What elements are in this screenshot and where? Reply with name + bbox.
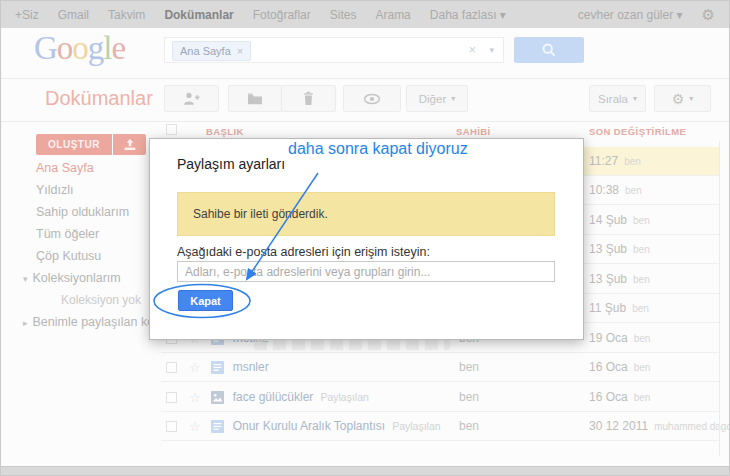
access-request-label: Aşağıdaki e-posta adresleri için erişim … xyxy=(177,245,430,259)
modified-cell: 13 Şubben xyxy=(589,235,650,264)
sort-label: Sırala xyxy=(598,93,628,105)
settings-button[interactable]: ⚙ ▾ xyxy=(654,85,711,112)
toolbar-divider xyxy=(1,121,729,122)
sidebar-item-cop-kutusu[interactable]: Çöp Kutusu xyxy=(36,249,101,263)
watermark xyxy=(254,340,450,350)
eye-icon xyxy=(363,93,381,105)
notice-banner: Sahibe bir ileti gönderdik. xyxy=(177,192,555,236)
person-add-icon xyxy=(183,91,200,106)
sidebar-item-koleksiyonlarim[interactable]: ▾Koleksiyonlarım xyxy=(23,271,121,285)
gear-icon: ⚙ xyxy=(672,91,685,107)
row-checkbox[interactable] xyxy=(166,392,177,403)
search-input[interactable]: Ana Sayfa × × ▾ xyxy=(164,37,504,63)
modified-cell: 16 Ocaben xyxy=(589,353,650,382)
owner-cell: ben xyxy=(459,383,479,411)
star-icon[interactable]: ☆ xyxy=(189,390,201,405)
email-address-input[interactable] xyxy=(177,261,555,282)
document-link[interactable]: msnler xyxy=(233,360,269,374)
table-right-border xyxy=(719,141,720,456)
search-filter-chip[interactable]: Ana Sayfa × xyxy=(172,41,251,61)
table-row[interactable]: ☆ msnler ben 16 Ocaben xyxy=(161,353,719,382)
google-docs-page: +Siz Gmail Takvim Dokümanlar Fotoğraflar… xyxy=(0,0,730,476)
more-actions-button[interactable]: Diğer ▾ xyxy=(406,85,468,112)
owner-cell: ben xyxy=(459,353,479,381)
close-dialog-button[interactable]: Kapat xyxy=(178,290,233,311)
sharing-settings-dialog: Paylaşım ayarları Sahibe bir ileti gönde… xyxy=(149,138,584,340)
chip-label: Ana Sayfa xyxy=(180,45,231,57)
modified-cell: 19 Ocaben xyxy=(589,324,650,353)
annotation-text: daha sonra kapat diyoruz xyxy=(288,140,468,158)
title-cell: ☆ face gülücükler Paylaşılan xyxy=(161,383,369,411)
sort-button[interactable]: Sırala ▾ xyxy=(589,85,646,112)
more-actions-label: Diğer xyxy=(419,93,446,105)
nav-daha-fazlasi[interactable]: Daha fazlası ▾ xyxy=(430,8,506,22)
chip-close-icon[interactable]: × xyxy=(237,45,243,57)
sidebar-item-yildizli[interactable]: Yıldızlı xyxy=(36,183,74,197)
row-checkbox[interactable] xyxy=(166,362,177,373)
nav-plus-siz[interactable]: +Siz xyxy=(15,8,39,22)
logo-letter: e xyxy=(112,30,126,66)
notice-text: Sahibe bir ileti gönderdik. xyxy=(193,207,328,221)
title-cell: ☆ msnler xyxy=(161,353,269,381)
modified-cell: 10:38ben xyxy=(589,176,642,205)
search-options-caret-icon[interactable]: ▾ xyxy=(489,45,494,55)
create-button[interactable]: OLUŞTUR xyxy=(36,134,112,155)
select-all-checkbox[interactable] xyxy=(166,124,177,135)
logo-letter: o xyxy=(72,30,88,66)
modified-cell: 30 12 2011muhammed dagde xyxy=(589,412,730,441)
sidebar-item-tum-ogeler[interactable]: Tüm öğeler xyxy=(36,227,99,241)
row-checkbox[interactable] xyxy=(166,421,177,432)
document-link[interactable]: Onur Kurulu Aralık Toplantısı xyxy=(233,419,386,433)
nav-gmail[interactable]: Gmail xyxy=(58,8,89,22)
search-icon xyxy=(541,42,557,58)
search-button[interactable] xyxy=(514,37,584,63)
modified-cell: 11 Şubben xyxy=(589,294,649,323)
window-bottom-edge xyxy=(1,466,729,475)
google-logo: Google xyxy=(34,30,125,67)
logo-letter: G xyxy=(34,30,57,66)
shared-badge: Paylaşılan xyxy=(392,420,440,432)
delete-button[interactable] xyxy=(281,85,336,112)
nav-takvim[interactable]: Takvim xyxy=(108,8,145,22)
doc-icon xyxy=(211,420,224,433)
title-cell: ☆ Onur Kurulu Aralık Toplantısı Paylaşıl… xyxy=(161,412,441,440)
upload-icon xyxy=(123,138,137,151)
table-row[interactable]: ☆ Onur Kurulu Aralık Toplantısı Paylaşıl… xyxy=(161,412,719,441)
user-menu[interactable]: cevher ozan güler ▾ xyxy=(578,8,683,22)
nav-arama[interactable]: Arama xyxy=(375,8,410,22)
owner-cell: ben xyxy=(459,412,479,440)
search-clear-icon[interactable]: × xyxy=(468,43,476,56)
nav-sites[interactable]: Sites xyxy=(330,8,357,22)
document-link[interactable]: face gülücükler xyxy=(233,390,314,404)
chevron-down-icon: ▾ xyxy=(689,94,693,103)
move-to-folder-button[interactable] xyxy=(228,85,282,112)
folder-icon xyxy=(247,92,263,105)
chevron-down-icon: ▾ xyxy=(633,94,637,103)
modified-cell: 16 Ocaben xyxy=(589,383,650,412)
gear-icon[interactable]: ⚙ xyxy=(702,7,715,22)
modified-cell: 11:27ben xyxy=(589,147,641,176)
star-icon[interactable]: ☆ xyxy=(189,419,201,434)
chevron-right-icon[interactable]: ▸ xyxy=(23,318,28,328)
shared-badge: Paylaşılan xyxy=(320,391,368,403)
doc-icon xyxy=(211,361,224,374)
sidebar-item-ana-sayfa[interactable]: Ana Sayfa xyxy=(36,161,94,175)
star-icon[interactable]: ☆ xyxy=(189,360,201,375)
image-icon xyxy=(211,391,224,404)
modified-cell: 14 Şubben xyxy=(589,206,650,235)
modified-cell: 13 Şubben xyxy=(589,265,650,294)
page-title: Dokümanlar xyxy=(45,87,153,110)
preview-button[interactable] xyxy=(343,85,401,112)
column-header-title: BAŞLIK xyxy=(206,126,244,137)
nav-fotograflar[interactable]: Fotoğraflar xyxy=(253,8,311,22)
dialog-title: Paylaşım ayarları xyxy=(177,156,285,172)
chevron-down-icon[interactable]: ▾ xyxy=(23,274,28,284)
column-header-modified: SON DEĞİŞTİRİLME xyxy=(589,126,686,137)
upload-button[interactable] xyxy=(113,134,146,155)
sidebar-item-koleksiyon-yok: Koleksiyon yok xyxy=(61,293,141,307)
nav-dokumanlar[interactable]: Dokümanlar xyxy=(164,8,233,22)
sidebar-item-sahip-olduklarim[interactable]: Sahip olduklarım xyxy=(36,205,129,219)
top-bar: +Siz Gmail Takvim Dokümanlar Fotoğraflar… xyxy=(1,1,729,28)
table-row[interactable]: ☆ face gülücükler Paylaşılan ben 16 Ocab… xyxy=(161,383,719,412)
share-add-person-button[interactable] xyxy=(164,85,219,112)
